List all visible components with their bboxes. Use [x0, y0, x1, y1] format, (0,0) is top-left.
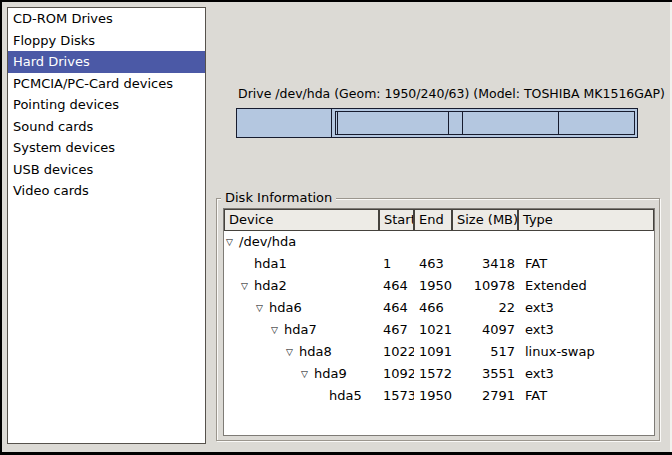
type-cell: [518, 231, 654, 253]
expander-triangle-icon[interactable]: ▽: [226, 231, 239, 253]
bar-segment-hda5: [558, 112, 634, 134]
device-cell: ▽/dev/hda: [224, 231, 379, 253]
expander-triangle-icon[interactable]: ▽: [286, 341, 299, 363]
bar-logical-partitions-box: [335, 111, 635, 135]
drive-partition-bar: [236, 108, 638, 138]
device-name: hda9: [314, 366, 347, 381]
sidebar-item-sound-cards[interactable]: Sound cards: [8, 116, 205, 138]
device-name: hda5: [329, 388, 362, 403]
device-name: hda2: [254, 278, 287, 293]
start-cell: 467: [379, 319, 414, 341]
device-cell: ▽hda8: [224, 341, 379, 363]
type-cell: ext3: [518, 319, 654, 341]
end-cell: 1091: [414, 341, 452, 363]
size-cell: 3418: [452, 253, 518, 275]
type-cell: ext3: [518, 297, 654, 319]
size-cell: 10978: [452, 275, 518, 297]
device-name: hda1: [254, 256, 287, 271]
table-row-hda6[interactable]: ▽hda646446622ext3: [224, 297, 654, 319]
sidebar-item-floppy-disks[interactable]: Floppy Disks: [8, 30, 205, 52]
bar-segment-hda7: [337, 112, 448, 134]
type-cell: ext3: [518, 363, 654, 385]
disk-information-label: Disk Information: [221, 190, 336, 205]
size-cell: 517: [452, 341, 518, 363]
bar-segment-hda1: [237, 109, 332, 137]
device-cell: hda1: [224, 253, 379, 275]
end-cell: 1572: [414, 363, 452, 385]
column-header-device[interactable]: Device: [224, 209, 379, 231]
expander-triangle-icon[interactable]: ▽: [241, 275, 254, 297]
device-cell: ▽hda7: [224, 319, 379, 341]
type-cell: linux-swap: [518, 341, 654, 363]
type-cell: Extended: [518, 275, 654, 297]
device-name: /dev/hda: [239, 234, 296, 249]
device-name: hda6: [269, 300, 302, 315]
sidebar-item-pointing-devices[interactable]: Pointing devices: [8, 94, 205, 116]
expander-triangle-icon[interactable]: ▽: [256, 297, 269, 319]
start-cell: [379, 231, 414, 253]
size-cell: 22: [452, 297, 518, 319]
table-row-hda2[interactable]: ▽hda2464195010978Extended: [224, 275, 654, 297]
partition-table: DeviceStartEndSize (MB)Type ▽/dev/hdahda…: [223, 208, 655, 436]
column-header-start[interactable]: Start: [379, 209, 414, 231]
start-cell: 464: [379, 297, 414, 319]
end-cell: 463: [414, 253, 452, 275]
device-name: hda8: [299, 344, 332, 359]
sidebar-item-cd-rom-drives[interactable]: CD-ROM Drives: [8, 8, 205, 30]
start-cell: 1573: [379, 385, 414, 407]
size-cell: [452, 231, 518, 253]
start-cell: 1: [379, 253, 414, 275]
table-row-hda7[interactable]: ▽hda746710214097ext3: [224, 319, 654, 341]
expander-triangle-icon[interactable]: ▽: [271, 319, 284, 341]
hardware-browser-window: CD-ROM DrivesFloppy DisksHard DrivesPCMC…: [0, 0, 672, 455]
end-cell: 1021: [414, 319, 452, 341]
drive-title: Drive /dev/hda (Geom: 1950/240/63) (Mode…: [238, 86, 665, 101]
sidebar-item-system-devices[interactable]: System devices: [8, 137, 205, 159]
end-cell: 466: [414, 297, 452, 319]
sidebar-item-pcmcia-pc-card-devices[interactable]: PCMCIA/PC-Card devices: [8, 73, 205, 95]
table-row-hda1[interactable]: hda114633418FAT: [224, 253, 654, 275]
column-header-type[interactable]: Type: [518, 209, 654, 231]
start-cell: 464: [379, 275, 414, 297]
column-header-end[interactable]: End: [414, 209, 452, 231]
table-row-hda8[interactable]: ▽hda810221091517linux-swap: [224, 341, 654, 363]
bar-segment-hda2-extended: [332, 109, 637, 137]
device-category-list: CD-ROM DrivesFloppy DisksHard DrivesPCMC…: [7, 7, 206, 444]
type-cell: FAT: [518, 253, 654, 275]
device-cell: ▽hda9: [224, 363, 379, 385]
table-row-hda5[interactable]: hda5157319502791FAT: [224, 385, 654, 407]
bar-segment-hda9: [462, 112, 558, 134]
column-header-size-mb[interactable]: Size (MB): [452, 209, 518, 231]
start-cell: 1022: [379, 341, 414, 363]
size-cell: 4097: [452, 319, 518, 341]
expander-triangle-icon[interactable]: ▽: [301, 363, 314, 385]
bar-segment-hda8: [448, 112, 462, 134]
start-cell: 1092: [379, 363, 414, 385]
end-cell: 1950: [414, 275, 452, 297]
sidebar-item-usb-devices[interactable]: USB devices: [8, 159, 205, 181]
type-cell: FAT: [518, 385, 654, 407]
sidebar-item-hard-drives[interactable]: Hard Drives: [8, 51, 205, 73]
end-cell: 1950: [414, 385, 452, 407]
table-row-hda9[interactable]: ▽hda9109215723551ext3: [224, 363, 654, 385]
size-cell: 3551: [452, 363, 518, 385]
disk-information-groupbox: Disk Information DeviceStartEndSize (MB)…: [216, 198, 660, 441]
device-cell: ▽hda2: [224, 275, 379, 297]
device-cell: ▽hda6: [224, 297, 379, 319]
partition-table-header: DeviceStartEndSize (MB)Type: [224, 209, 654, 231]
partition-table-body: ▽/dev/hdahda114633418FAT▽hda246419501097…: [224, 231, 654, 407]
device-name: hda7: [284, 322, 317, 337]
size-cell: 2791: [452, 385, 518, 407]
table-row-dev-hda[interactable]: ▽/dev/hda: [224, 231, 654, 253]
device-cell: hda5: [224, 385, 379, 407]
sidebar-item-video-cards[interactable]: Video cards: [8, 180, 205, 202]
end-cell: [414, 231, 452, 253]
